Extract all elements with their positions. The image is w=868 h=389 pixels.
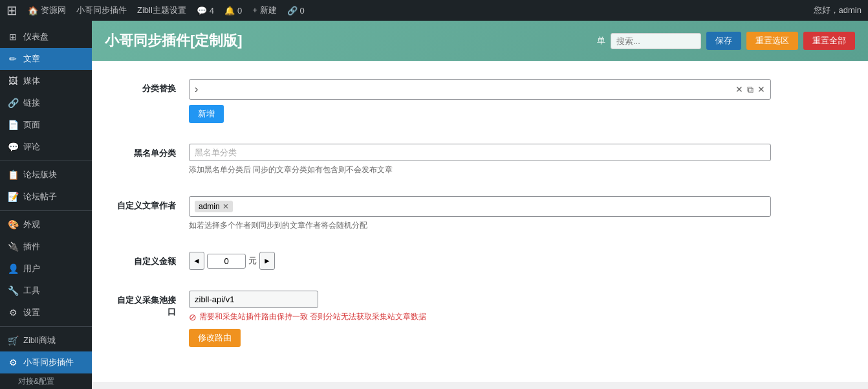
tag-remove-icon[interactable]: ✕: [222, 202, 229, 211]
modify-route-button[interactable]: 修改路由: [189, 329, 241, 347]
custom-author-input[interactable]: admin ✕: [189, 196, 771, 217]
sidebar-item-forum-sections[interactable]: 📋 论坛版块: [0, 164, 92, 186]
custom-price-field: ◄ 元 ►: [189, 252, 771, 270]
custom-api-label: 自定义采集池接口: [111, 291, 189, 318]
admin-bar-new[interactable]: + 新建: [252, 5, 276, 16]
reset-all-button[interactable]: 重置全部: [803, 32, 855, 50]
users-icon: 👤: [8, 263, 18, 274]
price-number-wrap: ◄ 元 ►: [189, 252, 771, 270]
forum-sections-icon: 📋: [8, 170, 18, 180]
plugin-title: 小哥同步插件[定制版]: [105, 31, 243, 50]
category-switch-label: 分类替换: [111, 79, 189, 94]
sidebar-item-xg-sync[interactable]: ⚙ 小哥同步插件: [0, 351, 92, 373]
category-switch-row: 分类替换 › ✕ ⧉ ✕ 新增: [111, 74, 849, 123]
admin-bar-site[interactable]: 🏠 资源网: [28, 5, 66, 16]
link-icon: 🔗: [287, 6, 298, 16]
admin-bar: ⊞ 🏠 资源网 小哥同步插件 Zibll主题设置 💬 4 🔔 0 + 新建 🔗 …: [0, 0, 868, 21]
category-box-icons: ✕ ⧉ ✕: [735, 84, 765, 95]
sidebar-item-appearance[interactable]: 🎨 外观: [0, 214, 92, 236]
dashboard-icon: ⊞: [8, 32, 18, 42]
xg-sync-icon: ⚙: [8, 357, 18, 368]
filter-label: 单: [597, 35, 605, 47]
tools-icon: 🔧: [8, 285, 18, 296]
blacklist-category-input[interactable]: [189, 144, 771, 161]
sidebar-item-forum-posts[interactable]: 📝 论坛帖子: [0, 186, 92, 208]
pages-icon: 📄: [8, 120, 18, 130]
settings-icon: ⚙: [8, 307, 18, 318]
zibll-shop-icon: 🛒: [8, 335, 18, 346]
sidebar-item-pages[interactable]: 📄 页面: [0, 114, 92, 136]
add-category-button[interactable]: 新增: [189, 105, 224, 123]
admin-bar-plugin[interactable]: 小哥同步插件: [76, 5, 127, 16]
custom-author-field: admin ✕ 如若选择多个作者则同步到的文章作者将会随机分配: [189, 196, 771, 231]
sidebar-item-config[interactable]: 对接&配置: [0, 373, 92, 389]
category-arrow: ›: [195, 83, 198, 95]
sidebar-item-plugins[interactable]: 🔌 插件: [0, 236, 92, 258]
header-actions: 单 保存 重置选区 重置全部: [597, 32, 855, 50]
home-icon: 🏠: [28, 6, 38, 16]
admin-bar-comments[interactable]: 💬 4: [197, 6, 214, 16]
sidebar: ⊞ 仪表盘 ✏ 文章 🖼 媒体 🔗 链接 📄 页面 💬 评论 📋 论坛版块: [0, 21, 92, 389]
error-icon: ⊘: [189, 312, 197, 322]
close-icon[interactable]: ✕: [757, 84, 765, 95]
media-icon: 🖼: [8, 76, 18, 86]
category-switch-box: › ✕ ⧉ ✕: [189, 79, 771, 100]
comment-icon: 💬: [197, 6, 207, 16]
sidebar-item-tools[interactable]: 🔧 工具: [0, 280, 92, 302]
admin-bar-theme[interactable]: Zibll主题设置: [137, 5, 186, 16]
price-unit: 元: [248, 255, 257, 267]
custom-api-field: ⊘ 需要和采集站插件路由保持一致 否则分站无法获取采集站文章数据 修改路由: [189, 291, 771, 347]
form-container: 分类替换 › ✕ ⧉ ✕ 新增: [92, 61, 868, 382]
custom-api-error: ⊘ 需要和采集站插件路由保持一致 否则分站无法获取采集站文章数据: [189, 311, 771, 322]
blacklist-category-hint: 添加黑名单分类后 同步的文章分类如有包含则不会发布文章: [189, 164, 771, 175]
sidebar-item-comments[interactable]: 💬 评论: [0, 136, 92, 158]
main-layout: ⊞ 仪表盘 ✏ 文章 🖼 媒体 🔗 链接 📄 页面 💬 评论 📋 论坛版块: [0, 0, 868, 389]
posts-icon: ✏: [8, 54, 18, 64]
blacklist-category-field: 添加黑名单分类后 同步的文章分类如有包含则不会发布文章: [189, 144, 771, 175]
expand-icon[interactable]: ✕: [735, 84, 743, 95]
author-tag: admin ✕: [195, 201, 233, 212]
custom-api-input[interactable]: [189, 291, 318, 308]
admin-bar-notifications[interactable]: 🔔 0: [224, 6, 242, 16]
blacklist-category-row: 黑名单分类 添加黑名单分类后 同步的文章分类如有包含则不会发布文章: [111, 139, 849, 175]
main-content: 小哥同步插件[定制版] 单 保存 重置选区 重置全部 分类替换 › ✕: [92, 21, 868, 389]
sidebar-item-settings[interactable]: ⚙ 设置: [0, 302, 92, 324]
price-decrease-button[interactable]: ◄: [189, 252, 204, 270]
sidebar-item-dashboard[interactable]: ⊞ 仪表盘: [0, 26, 92, 48]
price-input[interactable]: [207, 254, 246, 269]
plugins-icon: 🔌: [8, 241, 18, 252]
search-input[interactable]: [611, 33, 701, 49]
plugin-header: 小哥同步插件[定制版] 单 保存 重置选区 重置全部: [92, 21, 868, 61]
price-increase-button[interactable]: ►: [259, 252, 275, 270]
custom-author-row: 自定义文章作者 admin ✕ 如若选择多个作者则同步到的文章作者将会随机分配: [111, 191, 849, 231]
category-switch-field: › ✕ ⧉ ✕ 新增: [189, 79, 771, 123]
custom-author-hint: 如若选择多个作者则同步到的文章作者将会随机分配: [189, 220, 771, 231]
custom-price-label: 自定义金额: [111, 252, 189, 267]
admin-user-greeting: 您好，admin: [814, 5, 862, 16]
sidebar-item-zibll-shop[interactable]: 🛒 Zibll商城: [0, 329, 92, 351]
admin-bar-links[interactable]: 🔗 0: [287, 6, 305, 16]
comments-icon: 💬: [8, 142, 18, 152]
sidebar-divider-1: [0, 161, 92, 161]
reset-selected-button[interactable]: 重置选区: [746, 32, 798, 50]
sidebar-divider-3: [0, 326, 92, 327]
save-button[interactable]: 保存: [706, 32, 741, 50]
custom-author-label: 自定义文章作者: [111, 196, 189, 212]
sidebar-item-links[interactable]: 🔗 链接: [0, 92, 92, 114]
wp-logo-icon: ⊞: [6, 3, 17, 18]
sidebar-item-users[interactable]: 👤 用户: [0, 258, 92, 280]
bell-icon: 🔔: [224, 6, 235, 16]
appearance-icon: 🎨: [8, 219, 18, 230]
sidebar-divider-2: [0, 210, 92, 211]
blacklist-category-label: 黑名单分类: [111, 144, 189, 159]
forum-posts-icon: 📝: [8, 192, 18, 202]
custom-api-row: 自定义采集池接口 ⊘ 需要和采集站插件路由保持一致 否则分站无法获取采集站文章数…: [111, 285, 849, 347]
copy-icon[interactable]: ⧉: [747, 84, 754, 95]
custom-price-row: 自定义金额 ◄ 元 ►: [111, 247, 849, 270]
sidebar-item-media[interactable]: 🖼 媒体: [0, 70, 92, 92]
sidebar-item-posts[interactable]: ✏ 文章: [0, 48, 92, 70]
links-icon: 🔗: [8, 98, 18, 108]
